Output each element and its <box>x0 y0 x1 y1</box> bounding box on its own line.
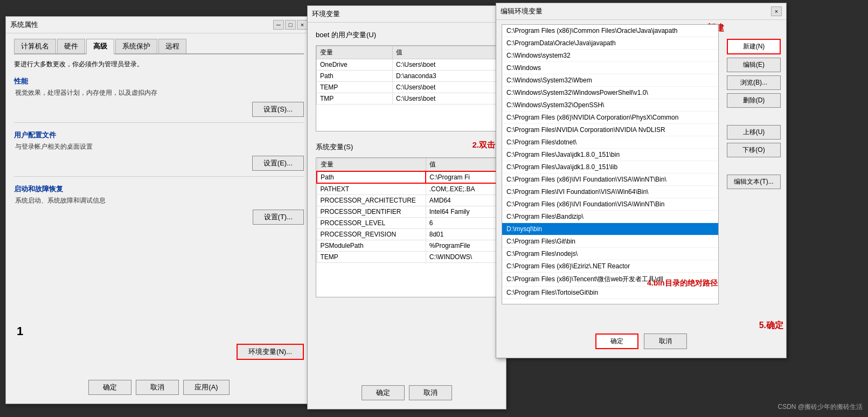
path-list-item[interactable]: D:\mysql\bin <box>502 223 718 235</box>
path-list-item[interactable]: C:\Windows\System32\OpenSSH\ <box>502 99 718 112</box>
user-vars-title: boet 的用户变量(U) <box>316 28 498 42</box>
sys-var-value: 6 <box>426 218 497 229</box>
path-list-item[interactable]: C:\Program Files (x86)\NVIDIA Corporatio… <box>502 112 718 124</box>
tab-advanced[interactable]: 高级 <box>86 39 114 54</box>
sys-vars-col-name: 变量 <box>317 158 426 172</box>
profile-header: 用户配置文件 <box>14 130 304 140</box>
user-var-value: C:\Users\boet <box>392 82 497 93</box>
path-list-item[interactable]: C:\Program Files\nodejs\ <box>502 248 718 260</box>
sys-var-value: C:\Program Fi <box>426 171 497 183</box>
performance-desc: 视觉效果，处理器计划，内存使用，以及虚拟内存 <box>14 88 304 98</box>
sys-var-value: %ProgramFile <box>426 240 497 252</box>
sys-var-row[interactable]: PROCESSOR_IDENTIFIERIntel64 Family <box>317 206 497 218</box>
path-list-item[interactable]: C:\Windows\System32\WindowsPowerShell\v1… <box>502 87 718 99</box>
startup-settings-btn[interactable]: 设置(T)... <box>253 210 304 225</box>
path-list-item[interactable]: C:\Program Files\Bandizip\ <box>502 211 718 223</box>
path-list-item[interactable]: C:\ProgramData\Oracle\Java\javapath <box>502 37 718 50</box>
sys-var-row[interactable]: PSModulePath%ProgramFile <box>317 240 497 252</box>
btn-down[interactable]: 下移(O) <box>727 143 781 157</box>
sys-var-row[interactable]: PATHEXT.COM;.EXE;.BA <box>317 183 497 195</box>
sysprops-bottom-buttons: 确定 取消 应用(A) <box>6 380 312 395</box>
path-list-item[interactable]: C:\Windows <box>502 62 718 74</box>
btn-browse[interactable]: 浏览(B)... <box>727 75 781 90</box>
env-titlebar: 环境变量 <box>308 6 506 23</box>
edit-env-close-btn[interactable]: × <box>771 6 782 16</box>
env-title: 环境变量 <box>312 9 340 19</box>
tab-system-protection[interactable]: 系统保护 <box>115 39 157 53</box>
sys-var-row[interactable]: PROCESSOR_ARCHITECTUREAMD64 <box>317 195 497 206</box>
sysprops-titlebar: 系统属性 ─ □ × <box>6 17 312 33</box>
tab-hardware[interactable]: 硬件 <box>57 39 85 53</box>
step1-annotation: 1 <box>17 324 23 338</box>
sys-var-name: PROCESSOR_LEVEL <box>317 218 426 229</box>
sys-var-row[interactable]: PROCESSOR_LEVEL6 <box>317 218 497 229</box>
startup-desc: 系统启动、系统故障和调试信息 <box>14 196 304 205</box>
edit-env-confirm-btn[interactable]: 确定 <box>595 333 638 349</box>
sys-vars-title: 系统变量(S) <box>316 140 498 154</box>
path-list-item[interactable]: C:\Program Files\NVIDIA Corporation\NVID… <box>502 124 718 136</box>
path-list-item[interactable]: C:\Windows\System32\Wbem <box>502 74 718 87</box>
sysprops-close-btn[interactable]: × <box>297 20 308 30</box>
sysprops-maximize-btn[interactable]: □ <box>285 20 296 30</box>
edit-env-controls: × <box>771 6 782 16</box>
annotation-path: 4.bin目录的绝对路径 <box>647 279 718 288</box>
sys-vars-table: 变量 值 PathC:\Program FiPATHEXT.COM;.EXE;.… <box>316 158 497 263</box>
sysprops-confirm-btn[interactable]: 确定 <box>88 380 131 395</box>
user-var-row[interactable]: OneDriveC:\Users\boet <box>317 59 497 71</box>
user-var-name: OneDrive <box>317 59 393 71</box>
sys-var-row[interactable]: TEMPC:\WINDOWS\ <box>317 252 497 263</box>
edit-env-window: 编辑环境变量 × 3.新建 C:\Program Files (x86)\Com… <box>496 3 787 358</box>
sys-var-row[interactable]: PathC:\Program Fi <box>317 171 497 183</box>
path-list-item[interactable]: C:\Program Files\Git\bin <box>502 235 718 248</box>
user-var-row[interactable]: PathD:\anaconda3 <box>317 71 497 82</box>
edit-env-cancel-btn[interactable]: 取消 <box>644 333 687 349</box>
sysprops-minimize-btn[interactable]: ─ <box>273 20 284 30</box>
sys-var-name: TEMP <box>317 252 426 263</box>
sys-var-value: AMD64 <box>426 195 497 206</box>
performance-settings-btn[interactable]: 设置(S)... <box>252 102 304 117</box>
profile-settings-btn[interactable]: 设置(E)... <box>252 156 304 171</box>
user-var-value: C:\Users\boet <box>392 93 497 105</box>
step2-annotation: 2.双击 <box>472 140 495 150</box>
path-list-item[interactable]: C:\Program Files\Java\jdk1.8.0_151\bin <box>502 149 718 161</box>
btn-up[interactable]: 上移(U) <box>727 125 781 140</box>
sys-vars-table-container: 变量 值 PathC:\Program FiPATHEXT.COM;.EXE;.… <box>316 157 498 297</box>
sys-var-row[interactable]: PROCESSOR_REVISION8d01 <box>317 229 497 240</box>
user-var-row[interactable]: TMPC:\Users\boet <box>317 93 497 105</box>
tab-computer-name[interactable]: 计算机名 <box>14 39 56 53</box>
path-list-item[interactable]: C:\Program Files (x86)\IVI Foundation\VI… <box>502 173 718 186</box>
path-list-item[interactable]: C:\Program Files (x86)\Eziriz\.NET React… <box>502 260 718 273</box>
sys-var-value: .COM;.EXE;.BA <box>426 183 497 195</box>
watermark: CSDN @搬砖少年的搬砖生活 <box>777 402 863 412</box>
path-list-item[interactable]: C:\Program Files\IVI Foundation\VISA\Win… <box>502 186 718 198</box>
user-var-name: TMP <box>317 93 393 105</box>
sysprops-cancel-btn[interactable]: 取消 <box>136 380 179 395</box>
btn-edit-text[interactable]: 编辑文本(T)... <box>727 175 781 189</box>
path-list-item[interactable]: C:\Windows\system32 <box>502 50 718 62</box>
btn-delete[interactable]: 删除(D) <box>727 93 781 108</box>
sysprops-title: 系统属性 <box>10 20 38 30</box>
user-var-value: C:\Users\boet <box>392 59 497 71</box>
btn-new[interactable]: 新建(N) <box>727 39 781 54</box>
env-cancel-btn[interactable]: 取消 <box>409 385 452 400</box>
user-var-row[interactable]: TEMPC:\Users\boet <box>317 82 497 93</box>
admin-note: 要进行大多数更改，你必须作为管理员登录。 <box>14 60 304 69</box>
profile-desc: 与登录帐户相关的桌面设置 <box>14 142 304 151</box>
annotation-confirm: 5.确定 <box>759 320 783 331</box>
sys-var-name: Path <box>317 171 426 183</box>
tab-remote[interactable]: 远程 <box>158 39 186 53</box>
sysprops-apply-btn[interactable]: 应用(A) <box>183 380 229 395</box>
profile-btn-row: 设置(E)... <box>14 156 304 171</box>
edit-env-side-buttons: 新建(N) 编辑(E) 浏览(B)... 删除(D) 上移(U) 下移(O) 编… <box>727 39 781 189</box>
sys-var-name: PATHEXT <box>317 183 426 195</box>
path-list-container: C:\Program Files (x86)\Common Files\Orac… <box>502 24 719 304</box>
path-list-item[interactable]: C:\Program Files\TortoiseGit\bin <box>502 287 718 299</box>
path-list-item[interactable]: C:\Program Files (x86)\IVI Foundation\VI… <box>502 198 718 211</box>
sys-var-name: PSModulePath <box>317 240 426 252</box>
btn-edit[interactable]: 编辑(E) <box>727 58 781 72</box>
path-list-item[interactable]: C:\Program Files\dotnet\ <box>502 136 718 149</box>
env-variables-btn[interactable]: 环境变量(N)... <box>237 344 304 360</box>
path-list-item[interactable]: C:\Program Files\Java\jdk1.8.0_151\lib <box>502 161 718 173</box>
path-list-item[interactable]: C:\Program Files (x86)\Common Files\Orac… <box>502 25 718 37</box>
env-confirm-btn[interactable]: 确定 <box>362 385 405 400</box>
